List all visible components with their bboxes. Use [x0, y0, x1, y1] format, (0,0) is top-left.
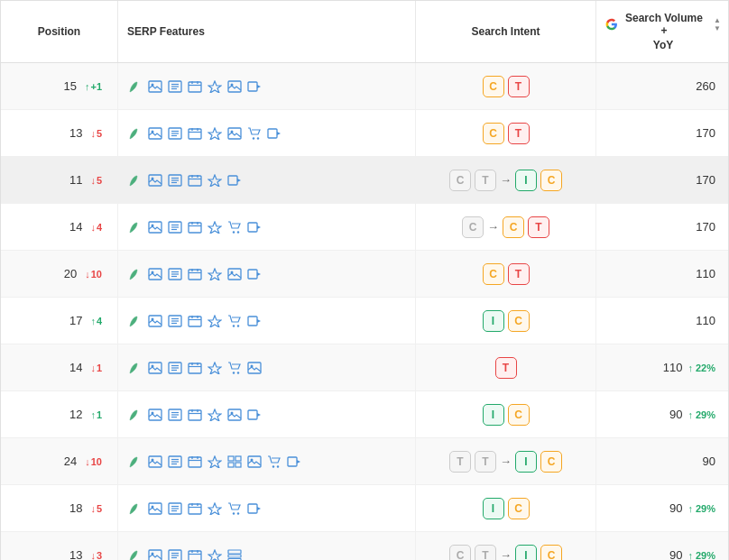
position-cell: 12↑1: [1, 391, 118, 437]
table-row: 12↑1IC90↑ 29%: [1, 391, 728, 438]
position-cell: 14↓4: [1, 204, 118, 250]
volume-number: 90: [669, 548, 682, 560]
svg-rect-118: [248, 410, 257, 419]
cal-icon: [187, 408, 203, 422]
intent-badge-t-gray: T: [475, 170, 496, 191]
google-icon: [605, 18, 618, 31]
svg-point-153: [237, 512, 239, 514]
table-header: Position SERP Features Search Intent Sea…: [1, 1, 728, 63]
leaf-icon: [127, 548, 143, 561]
vid-icon: [246, 220, 263, 234]
table-row: 17↑4IC110: [1, 298, 728, 344]
position-number: 18: [64, 501, 82, 515]
volume-cell: 110: [596, 298, 729, 344]
arrow-down-icon: ↓: [90, 128, 96, 139]
arrow-icon: →: [500, 173, 512, 187]
header-position: Position: [1, 1, 118, 62]
star-icon: [207, 361, 223, 375]
intent-badge-c: C: [540, 170, 562, 191]
intent-badge-c: C: [503, 216, 524, 238]
position-cell: 18↓5: [1, 485, 118, 531]
arrow-down-icon: ↓: [90, 503, 96, 514]
position-cell: 13↓3: [1, 532, 118, 560]
intent-cell: IC: [416, 298, 596, 344]
svg-marker-140: [297, 460, 300, 464]
header-volume[interactable]: Search Volume + ▲ ▼ YoY: [596, 1, 729, 62]
img-icon: [226, 79, 243, 94]
intent-row: IC: [483, 498, 530, 519]
svg-point-87: [237, 325, 239, 326]
change-number: 5: [97, 503, 102, 514]
intent-cell: IC: [416, 485, 596, 531]
position-cell: 15↑+1: [1, 63, 118, 109]
position-change-badge: ↓5: [88, 174, 105, 187]
arrow-icon: →: [500, 548, 512, 560]
vid-icon: [246, 314, 263, 328]
volume-number: 110: [663, 361, 683, 374]
intent-badge-t: T: [528, 216, 549, 238]
yoy-change: ↑ 29%: [687, 409, 715, 420]
position-number: 13: [64, 548, 82, 560]
svg-rect-134: [235, 463, 241, 467]
svg-rect-43: [228, 176, 237, 185]
cart-icon: [226, 361, 243, 375]
leaf-icon: [127, 79, 143, 94]
sort-button[interactable]: ▲ ▼: [714, 17, 721, 32]
intent-row: CT→: [449, 170, 512, 191]
position-cell: 17↑4: [1, 298, 118, 344]
svg-point-138: [277, 465, 279, 467]
arrow-down-icon: ↓: [90, 363, 96, 373]
header-serp: SERP Features: [118, 1, 416, 62]
svg-point-56: [233, 231, 235, 233]
img-icon: [147, 220, 163, 234]
volume-number: 90: [703, 454, 715, 468]
star-icon: [207, 267, 223, 281]
change-number: 1: [97, 363, 102, 373]
arrow-up-icon: ↑: [90, 316, 96, 326]
img-icon: [226, 408, 243, 422]
intent-cell: T: [416, 344, 596, 390]
serp-features-cell: [118, 204, 416, 250]
star-icon: [207, 454, 223, 469]
table-row: 14↓4C→CT170: [1, 204, 728, 251]
svg-point-28: [253, 137, 254, 139]
list-icon: [167, 314, 183, 328]
intent-cell: CT: [416, 251, 596, 297]
intent-badge-c: C: [508, 498, 530, 519]
volume-cell: 90: [596, 438, 729, 484]
change-number: 4: [97, 222, 102, 233]
yoy-change: ↑ 29%: [687, 550, 715, 561]
leaf-icon: [127, 454, 143, 469]
intent-row: IC: [515, 451, 562, 473]
change-number: 5: [97, 175, 102, 186]
svg-marker-55: [208, 222, 221, 234]
svg-rect-154: [248, 504, 257, 513]
star-icon: [207, 408, 223, 422]
svg-point-152: [233, 512, 235, 514]
list-icon: [167, 548, 183, 561]
svg-point-102: [237, 372, 239, 373]
volume-cell: 260: [596, 63, 729, 109]
volume-number: 170: [696, 220, 715, 234]
cal-icon: [187, 267, 203, 281]
svg-marker-115: [208, 409, 221, 421]
star-icon: [207, 126, 223, 141]
svg-marker-70: [208, 269, 221, 280]
intent-badge-i: I: [483, 404, 504, 426]
serp-features-cell: [118, 110, 416, 156]
volume-cell: 170: [596, 204, 729, 250]
img-icon: [246, 361, 263, 375]
svg-rect-111: [189, 410, 201, 420]
intent-badge-i: I: [483, 498, 504, 519]
leaf-icon: [127, 220, 143, 234]
intent-row: CT: [483, 76, 530, 97]
intent-badge-c: C: [540, 451, 562, 473]
cart-icon: [226, 501, 243, 516]
table-body: 15↑+1CT26013↓5CT17011↓5CT→IC17014↓4C→CT1…: [1, 63, 728, 560]
svg-rect-131: [228, 456, 234, 461]
svg-point-57: [237, 231, 239, 233]
svg-marker-119: [257, 413, 261, 417]
serp-features-cell: [118, 438, 416, 484]
star-icon: [207, 79, 223, 94]
position-change-badge: ↓4: [88, 221, 105, 234]
